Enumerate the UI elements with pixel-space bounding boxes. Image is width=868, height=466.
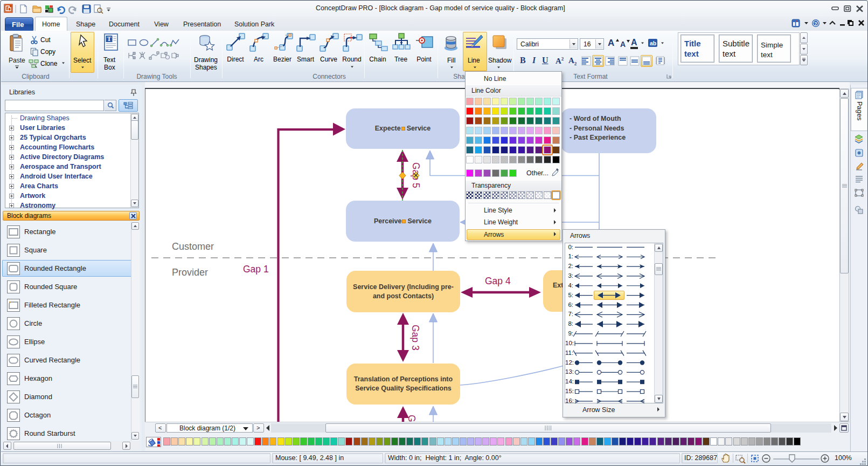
svg-text:?: ? xyxy=(814,20,817,26)
svg-text:T: T xyxy=(107,35,111,43)
